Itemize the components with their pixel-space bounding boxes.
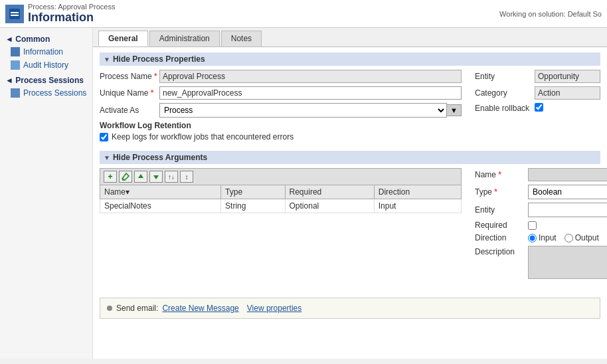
sort-za-btn[interactable]: ↕ [180, 171, 193, 183]
workflow-log-checkbox-row: Keep logs for workflow jobs that encount… [100, 132, 462, 141]
activate-as-btn[interactable]: ▼ [447, 104, 462, 116]
enable-rollback-label: Enable rollback [475, 104, 535, 113]
arg-direction-output-radio[interactable] [564, 234, 573, 242]
main-layout: ◄ Common Information Audit History ◄ Pro… [0, 28, 607, 359]
sidebar-item-information[interactable]: Information [0, 45, 92, 58]
activate-as-value: Process ▼ [159, 103, 462, 118]
sort-az-btn[interactable]: ↑↓ [165, 171, 178, 183]
move-up-btn[interactable] [134, 171, 147, 183]
sidebar-item-process-sessions-label: Process Sessions [23, 88, 86, 98]
workflow-log-section: Workflow Log Retention Keep logs for wor… [100, 121, 462, 141]
arg-required-checkbox[interactable] [528, 221, 537, 230]
activate-as-row: Activate As Process ▼ [100, 103, 462, 118]
arguments-left: + ↑↓ ↕ [100, 168, 462, 291]
properties-right: Entity Category Enable rollb [462, 70, 600, 145]
hide-process-arguments-header[interactable]: ▼ Hide Process Arguments [100, 151, 600, 164]
main-content: General Administration Notes ▼ Hide Proc… [93, 28, 607, 359]
sidebar-section-common: ◄ Common [0, 31, 92, 45]
header: Process: Approval Process Information Wo… [0, 0, 607, 28]
move-down-btn[interactable] [149, 171, 163, 183]
unique-name-row: Unique Name [100, 86, 462, 100]
step-text: Send email: [116, 304, 158, 313]
row-name: SpecialNotes [100, 199, 221, 213]
unique-name-value [159, 86, 462, 100]
table-row[interactable]: SpecialNotes String Optional Input [100, 199, 462, 213]
arg-entity-select[interactable] [528, 203, 607, 217]
enable-rollback-checkbox[interactable] [535, 103, 543, 112]
entity-value [535, 70, 600, 83]
working-on-label: Working on solution: Default So [499, 10, 602, 18]
arg-required-label: Required [475, 221, 528, 230]
row-direction: Input [374, 199, 461, 213]
activate-as-select[interactable]: Process [159, 103, 447, 118]
enable-rollback-row: Enable rollback [475, 103, 600, 114]
add-arg-btn[interactable]: + [104, 171, 117, 183]
arg-direction-input-text: Input [539, 233, 557, 242]
arg-direction-output-text: Output [575, 233, 599, 242]
category-label: Category [475, 88, 535, 98]
entity-input [535, 70, 600, 83]
header-title-block: Process: Approval Process Information [28, 3, 115, 25]
col-type[interactable]: Type [221, 185, 285, 199]
properties-two-col: Process Name Unique Name Act [100, 70, 600, 145]
arg-type-select[interactable]: Boolean String Integer [528, 185, 607, 199]
tab-administration[interactable]: Administration [149, 31, 220, 46]
step-link-properties[interactable]: View properties [247, 304, 302, 313]
enable-rollback-value [535, 103, 600, 114]
arg-name-input[interactable] [528, 168, 607, 181]
step-bullet [107, 306, 112, 311]
arg-type-row: Type Boolean String Integer ▼ [475, 185, 607, 199]
svg-rect-0 [9, 9, 20, 19]
arg-description-label: Description [475, 247, 528, 256]
arguments-two-col: + ↑↓ ↕ [100, 168, 600, 291]
edit-arg-btn[interactable] [119, 171, 132, 183]
svg-marker-4 [138, 174, 143, 178]
col-required[interactable]: Required [285, 185, 374, 199]
workflow-log-checkbox[interactable] [100, 133, 108, 141]
activate-as-label: Activate As [100, 106, 159, 115]
section-arrow-props: ▼ [104, 56, 110, 63]
category-input [535, 86, 600, 100]
sidebar-section-process-sessions: ◄ Process Sessions [0, 72, 92, 86]
arg-entity-row: Entity ▼ [475, 203, 607, 217]
unique-name-label: Unique Name [100, 88, 159, 98]
arg-direction-input-label[interactable]: Input [528, 233, 557, 242]
section-arrow-args: ▼ [104, 154, 110, 161]
unique-name-input[interactable] [159, 86, 462, 100]
process-name-input[interactable] [159, 70, 462, 83]
section-label-props: Hide Process Properties [113, 54, 205, 64]
workflow-log-checkbox-label: Keep logs for workflow jobs that encount… [112, 132, 294, 141]
tab-notes[interactable]: Notes [221, 31, 262, 46]
step-item: Send email: Create New Message View prop… [107, 304, 593, 313]
sidebar-item-audit-history[interactable]: Audit History [0, 58, 92, 72]
entity-row: Entity [475, 70, 600, 83]
svg-rect-1 [11, 12, 19, 13]
process-icon [5, 5, 24, 23]
process-name-row: Process Name [100, 70, 462, 83]
step-link-create[interactable]: Create New Message [162, 304, 238, 313]
col-direction[interactable]: Direction [374, 185, 461, 199]
arg-direction-output-label[interactable]: Output [564, 233, 599, 242]
col-name[interactable]: Name▾ [100, 185, 221, 199]
audit-history-icon [11, 60, 20, 70]
arg-description-textarea[interactable] [528, 246, 607, 279]
sidebar-item-information-label: Information [23, 47, 63, 56]
hide-process-properties-header[interactable]: ▼ Hide Process Properties [100, 52, 600, 66]
arg-direction-input-radio[interactable] [528, 234, 537, 242]
tab-general[interactable]: General [98, 31, 148, 46]
tab-content: ▼ Hide Process Properties Process Name U… [93, 47, 607, 324]
row-required: Optional [285, 199, 374, 213]
sidebar-item-process-sessions[interactable]: Process Sessions [0, 86, 92, 100]
section-label-args: Hide Process Arguments [113, 153, 207, 162]
arg-direction-row: Direction Input Output [475, 233, 607, 242]
args-table-wrap: Name▾ Type Required Direction SpecialNot… [100, 185, 462, 291]
arg-type-select-wrap: Boolean String Integer ▼ [528, 185, 607, 199]
entity-label: Entity [475, 72, 535, 81]
arguments-right: Name Type Boolean String Integer ▼ [462, 168, 607, 291]
arg-description-row: Description [475, 246, 607, 279]
arg-entity-select-wrap: ▼ [528, 203, 607, 217]
properties-left: Process Name Unique Name Act [100, 70, 462, 145]
process-name-label: Process Name [100, 72, 159, 81]
process-sessions-icon [11, 88, 20, 98]
information-icon [11, 47, 20, 56]
